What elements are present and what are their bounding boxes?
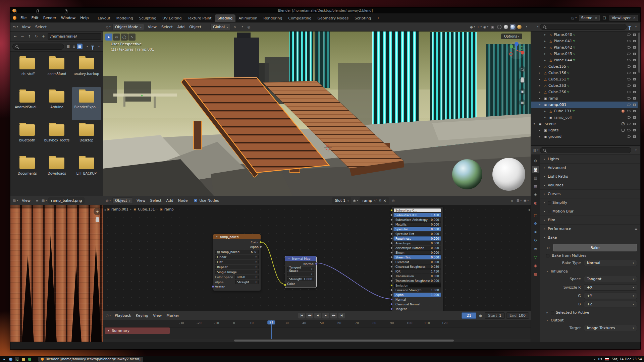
tray-expand-icon[interactable]: ▴ [594, 357, 595, 361]
outliner-row[interactable]: ramp_coll [531, 114, 638, 121]
bsdf-input-row[interactable]: Specular Tint 0.000 [393, 232, 441, 236]
properties-section[interactable]: Motion Blur [540, 207, 640, 216]
expand-arrow-icon[interactable] [539, 135, 542, 138]
use-nodes-toggle[interactable]: Use Nodes [194, 198, 219, 203]
tab-object[interactable]: ▢ [532, 212, 539, 219]
folder-item[interactable]: bluetooth [12, 120, 42, 154]
viewlayer-selector[interactable]: ViewLayer× [609, 15, 638, 21]
outliner-search-input[interactable] [540, 24, 627, 30]
zoom-in-icon[interactable]: + [94, 208, 101, 215]
topbar-menu[interactable]: File [18, 15, 29, 21]
hide-render-icon[interactable] [633, 65, 636, 68]
input-socket[interactable] [390, 270, 393, 273]
folder-item[interactable]: acers3fand [42, 54, 71, 87]
material-browse-icon[interactable]: ◉ [353, 198, 358, 203]
input-socket[interactable] [390, 256, 393, 258]
hide-render-icon[interactable] [633, 40, 636, 42]
input-socket[interactable] [390, 237, 393, 240]
interpolation-dropdown[interactable]: Linear [215, 255, 259, 259]
proportional-edit-icon[interactable]: ◎ [246, 24, 252, 30]
window-titlebar[interactable]: Blender [/home/amalie/Desktop/blender/ru… [10, 8, 640, 13]
auto-keying-icon[interactable]: ● [478, 313, 483, 318]
input-socket[interactable] [390, 251, 393, 254]
bake-section-header[interactable]: Bake [540, 233, 640, 242]
section-checkbox[interactable] [548, 201, 551, 204]
display-thumbnail-icon[interactable]: ▦ [77, 44, 83, 49]
taskbar-window-button[interactable]: Blender [/home/amalie/Desktop/blender/ru… [38, 357, 143, 362]
swizzle-b-dropdown[interactable]: +Z [584, 301, 637, 307]
terminal-icon[interactable]: ›_ [15, 357, 19, 361]
hide-viewport-icon[interactable] [627, 91, 631, 93]
hide-render-icon[interactable] [633, 72, 636, 74]
expand-arrow-icon[interactable] [544, 59, 548, 62]
node-canvas[interactable]: ▣ ramp.001 ▣ Cube.131 ▣ ramp ▸ ◂ ramp_ba… [103, 205, 531, 311]
file-search-input[interactable] [12, 44, 64, 50]
hamburger-icon[interactable]: ≡ [34, 198, 40, 203]
copy-material-icon[interactable]: ⧉ [378, 198, 382, 202]
section-menu-icon[interactable] [635, 227, 638, 231]
path-field[interactable]: /home/amalie/ [48, 33, 101, 40]
expand-arrow-icon[interactable] [534, 122, 537, 125]
refresh-icon[interactable]: ↻ [34, 34, 39, 39]
hide-render-icon[interactable] [633, 78, 636, 80]
folder-item[interactable]: busybox_rootfs [42, 120, 71, 154]
normal-output-socket[interactable] [315, 262, 318, 265]
hide-viewport-icon[interactable] [627, 116, 631, 119]
editor-type-icon[interactable]: ☰ [533, 24, 539, 30]
tab-modifiers[interactable]: ⚙ [532, 220, 539, 227]
end-frame-field[interactable]: End100 [506, 312, 529, 319]
expand-arrow-icon[interactable] [544, 110, 548, 113]
prev-keyframe-icon[interactable]: ◀◀ [306, 313, 313, 318]
unlink-material-icon[interactable]: × [383, 198, 386, 203]
use-nodes-checkbox[interactable] [194, 199, 197, 202]
properties-section[interactable]: Volumes [540, 181, 640, 190]
editor-type-icon[interactable]: ◍ [105, 198, 111, 203]
timeline-tracks[interactable]: Summary [103, 327, 531, 339]
folder-item[interactable]: Documents [12, 154, 42, 187]
strength-slider[interactable]: Strength 1.000 [287, 277, 314, 281]
tab-particles[interactable]: ∗ [532, 229, 539, 236]
breadcrumb-item[interactable]: ▣ Cube.131 [130, 207, 155, 211]
target-dropdown[interactable]: Image Textures [584, 325, 637, 331]
tab-physics[interactable]: ↻ [532, 237, 539, 244]
normal-map-node[interactable]: Normal Map Normal Tangent Space Strength… [285, 256, 317, 288]
shader-menu[interactable]: Node [176, 197, 190, 204]
hide-viewport-icon[interactable] [627, 46, 631, 49]
keyboard-layout[interactable]: us [598, 357, 602, 361]
folder-item[interactable]: anakey-backup [72, 54, 101, 87]
input-socket[interactable] [390, 298, 393, 301]
scene-browse-icon[interactable]: ◳ [571, 15, 577, 21]
expand-arrow-icon[interactable] [539, 84, 542, 87]
editor-type-icon[interactable]: ▨ [12, 198, 18, 203]
bsdf-input-row[interactable]: Specular 0.500 [393, 227, 441, 231]
jump-to-end-icon[interactable]: ▶| [338, 313, 345, 318]
input-socket[interactable] [390, 242, 393, 244]
pan-hand-icon[interactable] [519, 77, 526, 84]
workspace-tab[interactable]: Shading [215, 14, 236, 22]
outliner-row[interactable]: Cube.131 [531, 108, 638, 114]
input-socket[interactable] [390, 219, 393, 221]
hide-viewport-icon[interactable] [627, 97, 631, 100]
outliner-row[interactable]: Plane.044 [531, 57, 638, 63]
bsdf-input-row[interactable]: Emission Strength 1.000 [393, 288, 441, 292]
select-lasso-icon[interactable]: ∿ [128, 34, 136, 41]
play-reverse-icon[interactable]: ◀ [314, 313, 321, 318]
hide-viewport-icon[interactable] [627, 110, 631, 112]
hide-viewport-icon[interactable] [627, 84, 631, 87]
shading-solid-icon[interactable] [503, 24, 509, 30]
image-datablock-field[interactable]: ▨ramp_baked 6× [215, 250, 259, 254]
forward-icon[interactable]: → [19, 34, 25, 39]
input-socket[interactable] [390, 289, 393, 291]
bsdf-input-row[interactable]: Sheen Tint 0.500 [393, 255, 441, 259]
input-socket[interactable] [390, 280, 393, 282]
timeline-menu[interactable]: Marker [164, 312, 181, 319]
tab-texture[interactable]: ▩ [532, 270, 539, 278]
editor-type-icon[interactable]: ☷ [533, 147, 539, 153]
tab-object-data[interactable]: ▽ [532, 254, 539, 261]
ide-icon[interactable] [28, 357, 32, 361]
tab-material[interactable]: ◉ [532, 262, 539, 269]
input-socket[interactable] [390, 303, 393, 305]
hide-render-icon[interactable] [633, 123, 636, 125]
workspace-tab[interactable]: UV Editing [159, 14, 184, 22]
tab-world[interactable]: ◐ [532, 199, 539, 206]
